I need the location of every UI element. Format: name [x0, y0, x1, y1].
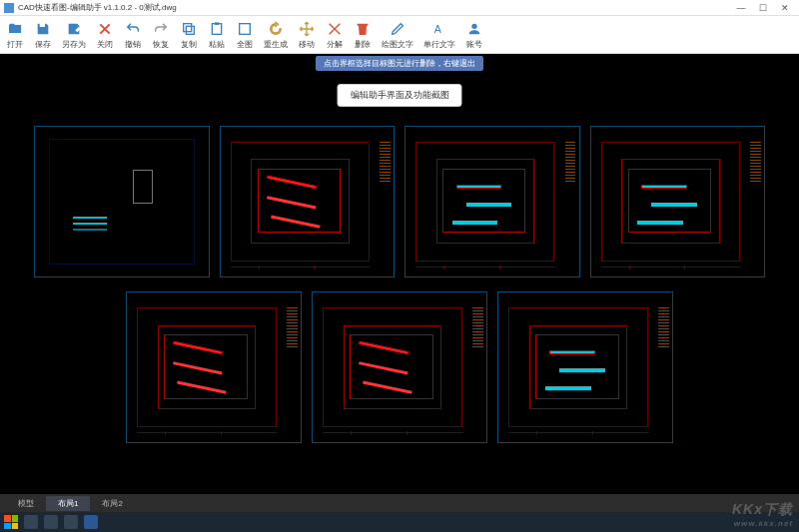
save-icon [34, 20, 52, 38]
dimension-line [508, 432, 647, 436]
layout-tabs: 模型布局1布局2 [0, 494, 799, 512]
toolbar-label: 恢复 [153, 39, 169, 50]
minimize-button[interactable]: — [731, 1, 751, 15]
toolbar-label: 全图 [237, 39, 253, 50]
dimension-line [323, 432, 461, 436]
toolbar-label: 移动 [299, 39, 315, 50]
drawing-thumbnail[interactable] [126, 291, 302, 443]
move-button[interactable]: 移动 [298, 20, 316, 50]
floorplan [344, 325, 442, 410]
save-button[interactable]: 保存 [34, 20, 52, 50]
svg-rect-4 [240, 23, 251, 34]
drawing-thumbnail[interactable] [497, 291, 673, 443]
full-icon [236, 20, 254, 38]
saveas-button[interactable]: 另存为 [62, 20, 86, 50]
center-caption-button[interactable]: 编辑助手界面及功能截图 [338, 84, 462, 107]
drawing-thumbnail[interactable] [220, 126, 396, 277]
layout-tab[interactable]: 布局2 [90, 496, 134, 511]
regen-icon [267, 20, 285, 38]
drawing-thumbnail[interactable] [34, 126, 210, 277]
explode-button[interactable]: 分解 [326, 20, 344, 50]
layout-tab[interactable]: 布局1 [46, 496, 90, 511]
move-icon [298, 20, 316, 38]
hint-banner: 点击界框选择目标图元进行删除，右键退出 [316, 56, 483, 71]
stext-icon: A [430, 20, 448, 38]
task-icon[interactable] [44, 515, 58, 529]
thumbnail-row-1 [34, 126, 765, 277]
draw-button[interactable]: 绘图文字 [382, 20, 413, 50]
floorplan [621, 159, 720, 244]
thumb-frame [508, 307, 647, 427]
task-icon[interactable] [84, 515, 98, 529]
task-icon[interactable] [64, 515, 78, 529]
thumb-frame [323, 307, 461, 427]
copy-icon [180, 20, 198, 38]
scale-marks [750, 142, 760, 262]
stext-button[interactable]: A单行文字 [423, 20, 455, 50]
toolbar-label: 关闭 [97, 39, 113, 50]
open-button[interactable]: 打开 [6, 20, 24, 50]
delete-button[interactable]: 删除 [354, 20, 372, 50]
saveas-icon [65, 20, 83, 38]
drawing-thumbnail[interactable] [404, 126, 580, 277]
full-button[interactable]: 全图 [236, 20, 254, 50]
toolbar: 打开保存另存为关闭撤销恢复复制粘贴全图重生成移动分解删除绘图文字A单行文字账号 [0, 16, 799, 54]
toolbar-label: 粘贴 [209, 39, 225, 50]
toolbar-label: 删除 [355, 39, 371, 50]
undo-button[interactable]: 撤销 [124, 20, 142, 50]
explode-icon [326, 20, 344, 38]
toolbar-label: 分解 [327, 39, 343, 50]
draw-icon [389, 20, 406, 38]
legend-lines [73, 217, 108, 219]
toolbar-label: 重生成 [264, 39, 288, 50]
titlebar: CAD快速看图-编辑助手 v1.1.0.2 - 0测试.dwg — ☐ ✕ [0, 0, 799, 16]
task-icon[interactable] [24, 515, 38, 529]
app-icon [4, 3, 14, 13]
toolbar-label: 绘图文字 [382, 39, 413, 50]
svg-rect-0 [184, 23, 192, 31]
toolbar-label: 单行文字 [423, 39, 455, 50]
thumb-frame [601, 142, 740, 262]
toolbar-label: 撤销 [125, 39, 141, 50]
thumb-frame [415, 142, 554, 262]
close-button[interactable]: 关闭 [96, 20, 114, 50]
paste-button[interactable]: 粘贴 [208, 20, 226, 50]
thumb-frame [137, 307, 276, 427]
scale-marks [472, 307, 482, 427]
close-window-button[interactable]: ✕ [775, 1, 795, 15]
redo-button[interactable]: 恢复 [152, 20, 170, 50]
paste-icon [208, 20, 226, 38]
thumb-frame [231, 142, 370, 262]
window-title: CAD快速看图-编辑助手 v1.1.0.2 - 0测试.dwg [18, 2, 731, 13]
svg-text:A: A [434, 23, 442, 35]
start-button[interactable] [4, 515, 18, 529]
regen-button[interactable]: 重生成 [264, 20, 288, 50]
svg-rect-2 [212, 23, 221, 34]
close-icon [96, 20, 114, 38]
os-taskbar [0, 512, 799, 532]
delete-icon [354, 20, 372, 38]
account-icon [465, 20, 483, 38]
toolbar-label: 另存为 [62, 39, 86, 50]
open-icon [6, 20, 24, 38]
legend-box [133, 170, 153, 205]
copy-button[interactable]: 复制 [180, 20, 198, 50]
drawing-thumbnail[interactable] [590, 126, 766, 277]
layout-tab[interactable]: 模型 [6, 496, 46, 511]
thumbnail-row-2 [126, 291, 673, 443]
dimension-line [137, 432, 276, 436]
maximize-button[interactable]: ☐ [753, 1, 773, 15]
toolbar-label: 打开 [7, 39, 23, 50]
scale-marks [380, 142, 390, 262]
toolbar-label: 账号 [466, 39, 482, 50]
floorplan [251, 159, 350, 244]
account-button[interactable]: 账号 [465, 20, 483, 50]
toolbar-label: 保存 [35, 39, 51, 50]
drawing-canvas[interactable]: 点击界框选择目标图元进行删除，右键退出 编辑助手界面及功能截图 [0, 54, 799, 494]
scale-marks [658, 307, 668, 427]
floorplan [436, 159, 535, 244]
drawing-thumbnail[interactable] [312, 291, 487, 443]
dimension-line [601, 266, 740, 270]
svg-rect-1 [186, 26, 194, 34]
scale-marks [565, 142, 575, 262]
